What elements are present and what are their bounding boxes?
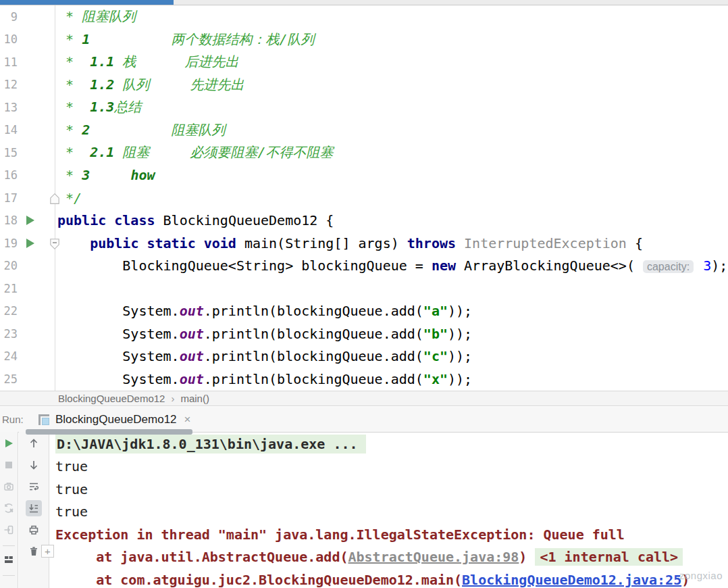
code-text: BlockingQueue<String> blockingQueue = ne… [55, 258, 727, 274]
code-token: 阻塞队列 [90, 122, 225, 138]
fold-collapse-icon[interactable] [49, 237, 61, 249]
print-icon[interactable] [26, 522, 42, 538]
line-number: 16 [0, 168, 22, 182]
layout-icon[interactable] [1, 552, 17, 568]
code-text: public static void main(String[] args) t… [55, 235, 643, 251]
run-configuration-icon [38, 414, 49, 425]
code-token [90, 167, 130, 183]
code-token: .println(blockingQueue.add( [204, 371, 423, 387]
code-token: )); [448, 326, 472, 342]
code-editor[interactable]: 9 * 阻塞队列10 * 1 两个数据结构：栈/队列11 * 1.1 栈 后进先… [0, 5, 728, 391]
gutter [22, 187, 55, 210]
line-number: 14 [0, 123, 22, 137]
code-token [695, 258, 703, 274]
stop-icon[interactable] [1, 457, 17, 473]
gutter [22, 141, 55, 164]
code-token: */ [57, 190, 82, 206]
run-button-icon[interactable] [26, 216, 34, 225]
console-text: D:\JAVA\jdk1.8.0_131\bin\java.exe ... [57, 436, 358, 452]
more-icon[interactable]: » [1, 581, 17, 588]
editor-top-scrollbar[interactable] [0, 0, 728, 5]
code-token: * [57, 122, 82, 138]
console-horizontal-scrollbar[interactable] [26, 429, 192, 435]
console-text: true [55, 458, 88, 474]
console-output[interactable]: D:\JAVA\jdk1.8.0_131\bin\java.exe ...tru… [50, 433, 728, 588]
code-token: System. [57, 348, 180, 364]
code-token: { [635, 235, 643, 251]
console-line: D:\JAVA\jdk1.8.0_131\bin\java.exe ... [50, 433, 728, 456]
down-stack-icon[interactable] [26, 457, 42, 473]
gutter [22, 255, 55, 278]
code-token: out [180, 303, 204, 319]
code-line: 12 * 1.2 队列 先进先出 [0, 74, 728, 97]
code-line: 18public class BlockingQueueDemo12 { [0, 210, 728, 232]
parameter-hint: capacity: [643, 260, 694, 273]
breadcrumb-method[interactable]: main() [180, 393, 209, 404]
rerun-icon[interactable] [1, 435, 17, 451]
close-tab-icon[interactable]: × [184, 413, 191, 426]
jump-to-icon[interactable] [1, 522, 17, 538]
code-token: System. [57, 303, 180, 319]
code-token: 1 [82, 31, 90, 47]
code-token: * 阻塞队列 [57, 8, 136, 24]
code-text: * 2.1 阻塞 必须要阻塞/不得不阻塞 [55, 143, 334, 162]
code-text: System.out.println(blockingQueue.add("x"… [55, 371, 472, 387]
console-text: true [55, 481, 88, 497]
console-text: Exception in thread "main" java.lang.Ill… [55, 526, 625, 543]
code-token: 1.3 [90, 99, 114, 115]
line-number: 13 [0, 101, 22, 114]
soft-wrap-icon[interactable] [26, 479, 42, 495]
line-number: 9 [0, 10, 22, 24]
code-text: * 1.3总结 [55, 98, 141, 116]
code-token: out [180, 371, 204, 387]
code-token: out [180, 326, 204, 342]
code-token: "b" [423, 326, 448, 342]
thread-dump-icon[interactable] [1, 479, 17, 495]
code-line: 25 System.out.println(blockingQueue.add(… [0, 368, 728, 391]
rerun-failed-icon[interactable] [1, 500, 17, 516]
breadcrumb-class[interactable]: BlockingQueueDemo12 [58, 393, 165, 404]
code-token: 阻塞 必须要阻塞/不得不阻塞 [114, 144, 333, 160]
code-token: .println(blockingQueue.add( [204, 303, 423, 319]
line-number: 25 [0, 372, 22, 386]
code-token: how [130, 167, 155, 183]
code-line: 19 public static void main(String[] args… [0, 232, 728, 255]
console-text: true [55, 504, 88, 520]
up-stack-icon[interactable] [26, 435, 42, 451]
code-text: * 1.2 队列 先进先出 [55, 76, 244, 94]
console-line: true [50, 478, 728, 501]
code-text: System.out.println(blockingQueue.add("b"… [55, 326, 472, 342]
code-line: 9 * 阻塞队列 [0, 5, 728, 28]
run-tab-title: BlockingQueueDemo12 [55, 413, 177, 426]
breadcrumb-separator-icon: › [171, 393, 174, 404]
console-line: at java.util.AbstractQueue.add(AbstractQ… [50, 546, 728, 569]
stack-trace-link[interactable]: AbstractQueue.java:98 [348, 549, 519, 565]
code-token: 3 [82, 167, 90, 183]
stack-trace-link[interactable]: BlockingQueueDemo12.java:25 [462, 572, 681, 588]
code-token: * [57, 99, 90, 115]
code-token: 2.1 [90, 144, 114, 160]
code-token: 3 [703, 258, 711, 274]
code-text: * 阻塞队列 [55, 7, 136, 26]
watermark: zongxiao [679, 570, 723, 581]
code-text: * 3 how [55, 167, 155, 183]
console-fold-expand-icon[interactable]: + [41, 545, 54, 558]
run-tab[interactable]: BlockingQueueDemo12 × [38, 413, 191, 426]
code-token: )); [448, 348, 472, 364]
code-token: ArrayBlockingQueue<>( [456, 258, 643, 274]
line-number: 17 [0, 191, 22, 205]
code-text: public class BlockingQueueDemo12 { [55, 212, 334, 228]
breadcrumb: BlockingQueueDemo12 › main() [0, 391, 728, 406]
code-token: out [180, 348, 204, 364]
gutter [22, 210, 55, 232]
editor-scrollbar-thumb[interactable] [0, 0, 174, 5]
clear-icon[interactable] [26, 543, 42, 560]
scroll-to-end-icon[interactable] [26, 500, 42, 516]
toolbar-separator [3, 545, 15, 546]
code-token: System. [57, 326, 180, 342]
fold-end-icon[interactable] [49, 192, 61, 204]
code-line: 23 System.out.println(blockingQueue.add(… [0, 322, 728, 345]
code-token: 栈 后进先出 [114, 53, 238, 70]
code-line: 10 * 1 两个数据结构：栈/队列 [0, 28, 728, 51]
run-button-icon[interactable] [26, 239, 34, 248]
